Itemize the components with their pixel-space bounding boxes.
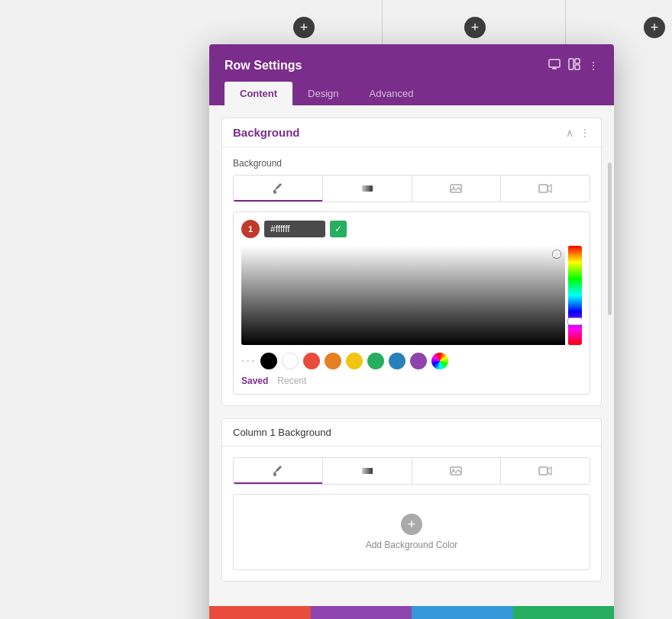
canvas-plus-button-1[interactable]: +	[293, 17, 315, 38]
swatch-black[interactable]	[260, 353, 277, 369]
modal-title-bar: Row Settings	[225, 58, 599, 73]
color-swatches: ···	[241, 353, 582, 369]
svg-rect-4	[575, 59, 580, 63]
action-bar: ✕ ↺ ↻ ✓	[209, 606, 614, 619]
modal-header-icons: ⋮	[548, 58, 599, 73]
cancel-button[interactable]: ✕	[209, 606, 311, 619]
svg-rect-9	[539, 185, 548, 192]
svg-rect-3	[569, 59, 573, 69]
reset-button[interactable]: ↺	[311, 606, 412, 619]
swatch-rainbow[interactable]	[431, 353, 448, 369]
column1-section-title: Column 1 Background	[233, 427, 331, 438]
background-section-body: Background	[222, 147, 601, 405]
hue-thumb[interactable]	[567, 318, 582, 325]
background-section: Background ∧ ⋮ Background	[221, 118, 602, 406]
modal-title: Row Settings	[225, 59, 302, 73]
recent-tab[interactable]: Recent	[277, 376, 306, 386]
column1-section-body: + Add Background Color	[222, 447, 601, 581]
swatch-green[interactable]	[367, 353, 384, 369]
modal-header: Row Settings	[209, 44, 614, 105]
bg-tab-color[interactable]	[234, 176, 323, 201]
column1-background-section: Column 1 Background	[221, 418, 602, 582]
background-section-header: Background ∧ ⋮	[222, 118, 601, 147]
bg-tab-image[interactable]	[412, 176, 502, 201]
col1-bg-tab-video[interactable]	[501, 458, 590, 484]
canvas-plus-button-3[interactable]: +	[644, 17, 665, 38]
background-label: Background	[233, 158, 590, 169]
hex-confirm-button[interactable]: ✓	[330, 221, 347, 237]
preview-icon[interactable]	[548, 58, 561, 73]
bg-tab-video[interactable]	[501, 176, 590, 201]
add-background-color-area: + Add Background Color	[233, 494, 590, 570]
color-hex-bar: 1 ✓	[241, 220, 582, 238]
col1-bg-tab-image[interactable]	[412, 458, 502, 484]
canvas-plus-button-2[interactable]: +	[464, 17, 486, 38]
bg-tab-gradient[interactable]	[323, 176, 412, 201]
swatch-purple[interactable]	[410, 353, 427, 369]
canvas-divider-1	[382, 0, 383, 44]
more-icon[interactable]: ⋮	[588, 60, 599, 72]
background-section-controls: ∧ ⋮	[566, 127, 590, 139]
saved-recent-tabs: Saved Recent	[241, 376, 582, 386]
swatch-white[interactable]	[282, 353, 299, 369]
column1-section-header: Column 1 Background	[222, 419, 601, 447]
svg-rect-0	[549, 60, 560, 67]
section-more-icon[interactable]: ⋮	[580, 127, 590, 139]
modal-tabs: Content Design Advanced	[225, 82, 599, 105]
swatch-dots[interactable]: ···	[241, 354, 256, 368]
save-button[interactable]: ✓	[513, 606, 615, 619]
background-type-tabs	[233, 175, 590, 202]
background-section-title: Background	[233, 126, 300, 139]
tab-advanced[interactable]: Advanced	[354, 82, 429, 105]
color-indicator: 1	[241, 220, 260, 238]
collapse-icon[interactable]: ∧	[566, 127, 573, 139]
svg-rect-13	[539, 467, 548, 475]
redo-button[interactable]: ↻	[412, 606, 513, 619]
add-background-color-button[interactable]: +	[401, 514, 422, 535]
swatch-orange[interactable]	[325, 353, 341, 369]
layout-icon[interactable]	[568, 58, 580, 73]
col1-bg-tab-gradient[interactable]	[323, 458, 412, 484]
hue-slider[interactable]	[568, 246, 582, 345]
add-background-color-label: Add Background Color	[366, 540, 458, 550]
canvas-divider-2	[565, 0, 566, 44]
modal-body: Background ∧ ⋮ Background	[209, 105, 614, 606]
saved-tab[interactable]: Saved	[241, 376, 268, 386]
tab-design[interactable]: Design	[292, 82, 354, 105]
swatch-red[interactable]	[303, 353, 320, 369]
svg-rect-10	[362, 468, 373, 474]
col1-bg-tab-color[interactable]	[234, 458, 323, 484]
scrollbar[interactable]	[608, 163, 612, 315]
column1-bg-type-tabs	[233, 457, 590, 485]
svg-rect-5	[575, 65, 580, 69]
svg-rect-6	[362, 185, 373, 192]
color-picker-container: 1 ✓	[233, 211, 590, 395]
row-settings-modal: Row Settings	[209, 44, 614, 619]
gradient-cursor[interactable]	[553, 250, 561, 258]
gradient-picker[interactable]	[241, 246, 582, 345]
swatch-blue[interactable]	[389, 353, 405, 369]
tab-content[interactable]: Content	[225, 82, 292, 105]
hex-input[interactable]	[264, 221, 325, 237]
swatch-yellow[interactable]	[346, 353, 363, 369]
